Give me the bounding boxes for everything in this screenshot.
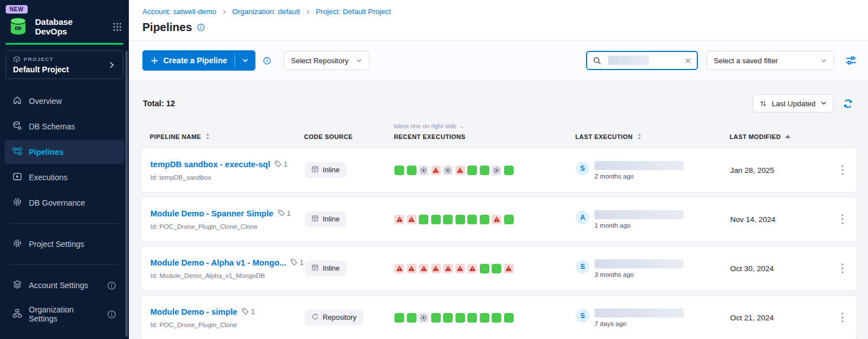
info-icon[interactable] bbox=[107, 310, 116, 319]
select-repository-dropdown[interactable]: Select Repository bbox=[284, 51, 370, 70]
sidebar-item-overview[interactable]: Overview bbox=[5, 89, 124, 113]
execution-success[interactable] bbox=[443, 313, 453, 323]
saved-filter-dropdown[interactable]: Select a saved filter bbox=[706, 51, 834, 70]
avatar: S bbox=[576, 162, 589, 175]
execution-success[interactable] bbox=[407, 166, 416, 175]
filter-sliders-icon[interactable] bbox=[845, 55, 857, 66]
sidebar-item-account-settings[interactable]: Account Settings bbox=[5, 273, 124, 297]
row-menu-button[interactable] bbox=[838, 261, 847, 276]
pipeline-name-link[interactable]: tempDB sandbox - execute-sql bbox=[150, 160, 270, 169]
app-switcher-icon[interactable] bbox=[112, 22, 122, 32]
column-last-execution[interactable]: LAST EXECUTION bbox=[575, 133, 730, 140]
row-menu-button[interactable] bbox=[838, 212, 847, 227]
execution-success[interactable] bbox=[455, 313, 465, 323]
execution-failed[interactable] bbox=[492, 215, 501, 224]
execution-failed[interactable] bbox=[455, 264, 465, 273]
column-pipeline-name[interactable]: PIPELINE NAME bbox=[150, 133, 304, 140]
breadcrumb-organization-link[interactable]: Organization: default bbox=[232, 7, 300, 16]
execution-success[interactable] bbox=[480, 166, 489, 175]
execution-aborted[interactable] bbox=[443, 166, 453, 175]
tag-count: 1 bbox=[241, 307, 255, 317]
sidebar-item-organization-settings[interactable]: Organization Settings bbox=[5, 299, 124, 329]
execution-failed[interactable] bbox=[407, 215, 416, 224]
execution-success[interactable] bbox=[467, 166, 477, 175]
search-input[interactable] bbox=[606, 56, 680, 65]
pipeline-name-link[interactable]: Module Demo - Alpha v1 - Mongo... bbox=[150, 258, 286, 267]
sidebar-item-project-settings[interactable]: Project Settings bbox=[5, 232, 124, 256]
execution-success[interactable] bbox=[443, 215, 453, 224]
sort-dropdown[interactable]: Last Updated bbox=[753, 94, 834, 112]
execution-failed[interactable] bbox=[394, 264, 404, 273]
last-execution-user: 7 days ago bbox=[594, 308, 684, 327]
sidebar-item-db-schemas[interactable]: DB Schemas bbox=[5, 115, 124, 138]
clear-search-icon[interactable] bbox=[685, 58, 691, 64]
breadcrumb-account-link[interactable]: Account: satwell-demo bbox=[142, 7, 216, 16]
execution-success[interactable] bbox=[480, 313, 489, 323]
execution-success[interactable] bbox=[492, 264, 501, 273]
sidebar-item-label: DB Schemas bbox=[29, 122, 75, 131]
row-menu-button[interactable] bbox=[838, 163, 847, 177]
new-badge: NEW bbox=[6, 5, 28, 14]
recent-executions bbox=[394, 313, 576, 323]
execution-success[interactable] bbox=[431, 313, 441, 323]
recent-executions bbox=[394, 166, 576, 175]
row-menu-button[interactable] bbox=[838, 310, 847, 325]
pipeline-name-link[interactable]: Module Demo - Spanner Simple bbox=[150, 209, 274, 218]
execution-aborted[interactable] bbox=[419, 166, 428, 175]
sidebar-item-pipelines[interactable]: Pipelines bbox=[5, 140, 124, 164]
execution-success[interactable] bbox=[480, 264, 489, 273]
tag-icon bbox=[241, 307, 249, 317]
execution-failed[interactable] bbox=[455, 166, 465, 175]
content-area: Total: 12 Last Updated latest one on rig… bbox=[129, 81, 868, 339]
execution-failed[interactable] bbox=[407, 264, 416, 273]
execution-success[interactable] bbox=[431, 215, 441, 224]
pipeline-name-link[interactable]: Module Demo - simple bbox=[150, 307, 237, 316]
chevron-right-icon bbox=[108, 61, 116, 69]
create-pipeline-label: Create a Pipeline bbox=[163, 56, 227, 65]
execution-failed[interactable] bbox=[504, 264, 514, 273]
execution-aborted[interactable] bbox=[419, 313, 428, 323]
tag-count-value: 1 bbox=[251, 308, 255, 316]
info-icon[interactable] bbox=[107, 281, 116, 290]
pipelines-icon bbox=[12, 146, 22, 158]
last-execution-user: 2 months ago bbox=[594, 161, 684, 180]
execution-success[interactable] bbox=[480, 215, 489, 224]
breadcrumb-project-link[interactable]: Project: Default Project bbox=[316, 7, 391, 16]
sidebar-item-label: Project Settings bbox=[29, 240, 84, 249]
column-last-modified[interactable]: LAST MODIFIED bbox=[730, 133, 829, 140]
execution-success[interactable] bbox=[467, 313, 477, 323]
execution-failed[interactable] bbox=[394, 215, 404, 224]
info-icon[interactable] bbox=[263, 56, 271, 65]
sidebar-item-executions[interactable]: Executions bbox=[5, 166, 124, 189]
execution-success[interactable] bbox=[504, 166, 514, 175]
sidebar-nav-tertiary: Account SettingsOrganization Settings bbox=[0, 273, 129, 329]
app-brand[interactable]: ∞ Database DevOps bbox=[6, 14, 123, 43]
execution-success[interactable] bbox=[492, 313, 501, 323]
sidebar-item-db-governance[interactable]: DB Governance bbox=[5, 191, 124, 215]
refresh-icon[interactable] bbox=[843, 98, 853, 109]
code-source-label: Inline bbox=[323, 166, 340, 174]
sidebar-scrollbar[interactable] bbox=[125, 51, 128, 337]
code-source-cell: Inline bbox=[305, 260, 394, 276]
column-label: PIPELINE NAME bbox=[150, 133, 201, 140]
info-icon[interactable] bbox=[197, 23, 205, 32]
execution-success[interactable] bbox=[394, 313, 404, 323]
execution-success[interactable] bbox=[407, 313, 416, 323]
execution-success[interactable] bbox=[467, 215, 477, 224]
execution-failed[interactable] bbox=[431, 264, 441, 273]
execution-success[interactable] bbox=[504, 313, 514, 323]
execution-failed[interactable] bbox=[443, 264, 453, 273]
execution-aborted[interactable] bbox=[492, 166, 501, 175]
create-pipeline-button[interactable]: Create a Pipeline bbox=[142, 50, 235, 71]
org-icon bbox=[12, 308, 22, 320]
create-pipeline-dropdown-button[interactable] bbox=[235, 50, 255, 71]
execution-failed[interactable] bbox=[467, 264, 477, 273]
code-source-cell: Inline bbox=[305, 211, 394, 227]
execution-success[interactable] bbox=[394, 166, 404, 175]
execution-success[interactable] bbox=[419, 215, 428, 224]
execution-success[interactable] bbox=[504, 215, 514, 224]
execution-failed[interactable] bbox=[419, 264, 428, 273]
execution-success[interactable] bbox=[455, 215, 465, 224]
execution-failed[interactable] bbox=[431, 166, 441, 175]
project-selector[interactable]: PROJECT Default Project bbox=[6, 50, 123, 79]
